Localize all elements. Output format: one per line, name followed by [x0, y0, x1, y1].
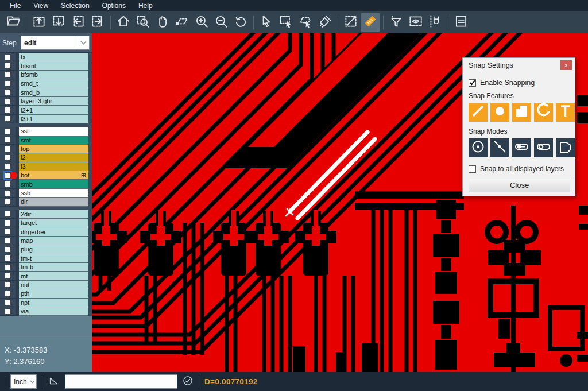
measure-ruler-button[interactable]	[361, 13, 380, 32]
layer-row-mt[interactable]: mt	[0, 272, 88, 280]
layer-checkbox[interactable]	[5, 281, 11, 288]
layer-row-fx[interactable]: fx	[0, 53, 88, 61]
zoom-polygon-button[interactable]	[172, 13, 192, 32]
enable-snapping-checkbox[interactable]	[469, 79, 476, 87]
layer-checkbox[interactable]	[5, 229, 11, 235]
layer-checkbox[interactable]	[5, 115, 11, 122]
measure-value-input[interactable]	[65, 374, 177, 389]
import-left-button[interactable]	[68, 13, 88, 32]
snap-mode-slot-outline-button[interactable]	[534, 138, 553, 157]
layer-checkbox[interactable]	[5, 154, 11, 161]
zoom-in-button[interactable]	[192, 13, 211, 32]
layer-checkbox[interactable]	[5, 54, 11, 60]
menu-help[interactable]: Help	[133, 1, 158, 11]
layer-row-via[interactable]: via	[0, 307, 88, 316]
layer-row-l3[interactable]: l3	[0, 162, 88, 171]
layer-row-l2p1[interactable]: l2+1	[0, 106, 88, 114]
snap-all-layers-checkbox[interactable]	[469, 165, 476, 173]
layer-checkbox[interactable]	[5, 291, 11, 297]
layer-checkbox[interactable]	[5, 255, 11, 261]
layer-checkbox[interactable]	[5, 80, 11, 87]
layer-row-l3p1[interactable]: l3+1	[0, 115, 88, 123]
layer-checkbox[interactable]	[5, 137, 11, 143]
layer-checkbox[interactable]	[5, 107, 11, 113]
layer-checkbox[interactable]	[5, 128, 11, 134]
apply-check-icon[interactable]	[182, 375, 194, 389]
snap-all-layers-row[interactable]: Snap to all displayed layers	[469, 165, 569, 173]
snap-toggle-button[interactable]	[425, 13, 445, 32]
view-box-button[interactable]	[406, 13, 425, 32]
clean-brush-button[interactable]	[315, 13, 335, 32]
layer-row-sst[interactable]: sst	[0, 127, 88, 136]
dialog-close-button[interactable]: x	[560, 60, 572, 70]
import-right-button[interactable]	[88, 13, 107, 32]
step-select[interactable]: edit	[21, 36, 90, 50]
select-polygon-button[interactable]	[296, 13, 315, 32]
layer-row-bfsmt[interactable]: bfsmt	[0, 61, 88, 70]
layer-row-npt[interactable]: npt	[0, 299, 88, 307]
unit-select[interactable]: Inch	[10, 374, 37, 389]
layer-row-smd_t[interactable]: smd_t	[0, 79, 88, 88]
snap-mode-contour-button[interactable]	[556, 138, 575, 157]
layer-checkbox[interactable]	[5, 71, 11, 78]
layer-row-smb[interactable]: smb	[0, 180, 88, 188]
menu-view[interactable]: View	[28, 1, 53, 11]
snap-feature-pad-button[interactable]	[490, 103, 509, 122]
menu-options[interactable]: Options	[97, 1, 131, 11]
angle-measure-icon[interactable]	[48, 374, 60, 389]
layer-row-dir[interactable]: dir	[0, 198, 88, 206]
layer-checkbox[interactable]	[5, 211, 11, 217]
snap-mode-center-button[interactable]	[469, 138, 488, 157]
snap-feature-line-button[interactable]	[469, 103, 488, 122]
layer-row-pth[interactable]: pth	[0, 289, 88, 298]
layer-row-2dir[interactable]: 2dir--	[0, 210, 88, 219]
layer-row-l2[interactable]: l2	[0, 153, 88, 162]
snap-mode-slot-filled-button[interactable]	[512, 138, 531, 157]
layer-row-map[interactable]: map	[0, 237, 88, 245]
pan-hand-button[interactable]	[153, 13, 172, 32]
layer-row-smd_b[interactable]: smd_b	[0, 88, 88, 97]
snap-feature-arc-button[interactable]	[534, 103, 553, 122]
layer-row-tm-b[interactable]: tm-b	[0, 263, 88, 272]
layer-checkbox[interactable]	[5, 264, 11, 270]
select-rectangle-button[interactable]	[276, 13, 296, 32]
menu-selection[interactable]: Selection	[56, 1, 94, 11]
layer-checkbox[interactable]	[5, 308, 11, 315]
layer-row-bfsmb[interactable]: bfsmb	[0, 71, 88, 79]
layer-checkbox[interactable]	[5, 199, 11, 205]
layer-row-bot-active[interactable]: bot⊞	[0, 171, 88, 180]
open-file-button[interactable]	[3, 13, 23, 32]
layer-row-ssb[interactable]: ssb	[0, 189, 88, 198]
snap-feature-surface-button[interactable]	[512, 103, 531, 122]
layer-checkbox[interactable]	[5, 181, 11, 187]
layer-checkbox[interactable]	[5, 299, 11, 305]
layer-checkbox[interactable]	[5, 146, 11, 152]
layer-checkbox[interactable]	[5, 163, 11, 169]
enable-snapping-row[interactable]: Enable Snapping	[469, 79, 569, 87]
select-pointer-button[interactable]	[257, 13, 276, 32]
import-top-button[interactable]	[29, 13, 49, 32]
layer-checkbox[interactable]	[5, 89, 11, 95]
import-bottom-button[interactable]	[49, 13, 68, 32]
measure-point-button[interactable]	[341, 13, 361, 32]
layer-row-layer_3[interactable]: layer_3.gbr	[0, 97, 88, 106]
layer-row-target[interactable]: target	[0, 219, 88, 227]
snap-mode-closest-point-button[interactable]	[490, 138, 509, 157]
chevron-down-icon[interactable]	[28, 380, 36, 384]
filter-button[interactable]	[386, 13, 406, 32]
layer-row-smt[interactable]: smt	[0, 136, 88, 145]
layer-checkbox[interactable]	[5, 98, 11, 104]
layer-row-dirgerber[interactable]: dirgerber	[0, 227, 88, 236]
layer-row-plug[interactable]: plug	[0, 245, 88, 254]
home-view-button[interactable]	[114, 13, 133, 32]
layer-checkbox[interactable]	[5, 273, 11, 279]
layer-row-out[interactable]: out	[0, 281, 88, 289]
zoom-out-button[interactable]	[211, 13, 231, 32]
snap-close-button[interactable]: Close	[469, 179, 570, 192]
layer-checkbox[interactable]	[5, 63, 11, 69]
layer-row-tm-t[interactable]: tm-t	[0, 254, 88, 263]
zoom-window-button[interactable]	[133, 13, 153, 32]
report-panel-button[interactable]	[451, 13, 471, 32]
menu-file[interactable]: File	[5, 1, 26, 11]
layer-checkbox[interactable]	[5, 238, 11, 244]
